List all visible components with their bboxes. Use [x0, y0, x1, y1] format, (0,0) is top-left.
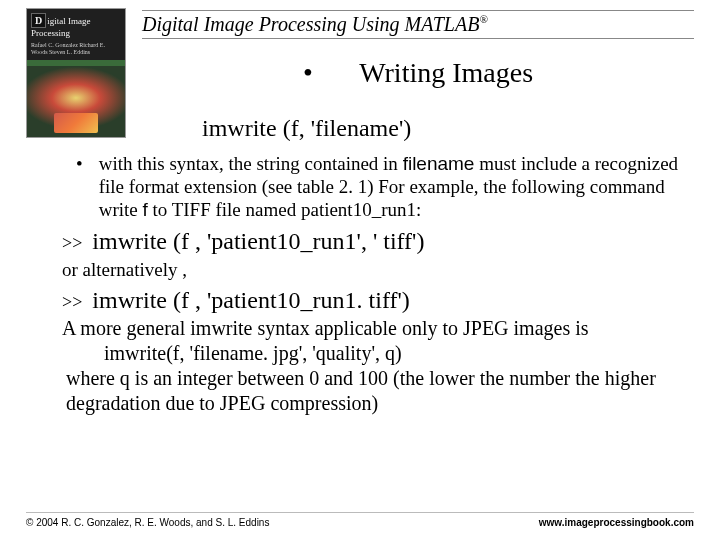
bullet-text: with this syntax, the string contained i… — [99, 152, 694, 222]
command-1-code: imwrite (f , 'patient10_run1', ' tiff') — [92, 228, 424, 254]
footer-url: www.imageprocessingbook.com — [539, 517, 694, 528]
footer: © 2004 R. C. Gonzalez, R. E. Woods, and … — [26, 512, 694, 528]
footer-copyright: © 2004 R. C. Gonzalez, R. E. Woods, and … — [26, 517, 269, 528]
general-syntax-block: A more general imwrite syntax applicable… — [26, 316, 694, 416]
prompt-2: >> — [62, 292, 82, 312]
cover-title-line2: Processing — [31, 28, 70, 38]
syntax-line: imwrite (f, 'filename') — [142, 115, 694, 142]
page-title: Digital Image Processing Using MATLAB® — [142, 10, 694, 39]
matlab-logo-icon — [54, 113, 98, 133]
command-2-code: imwrite (f , 'patient10_run1. tiff') — [92, 287, 409, 313]
prompt-1: >> — [62, 233, 82, 253]
slide-container: Digital Image Processing Rafael C. Gonza… — [0, 0, 720, 540]
command-line-2: >> imwrite (f , 'patient10_run1. tiff') — [26, 287, 694, 314]
alternative-text: or alternatively , — [26, 259, 694, 281]
kw-filename: filename — [403, 153, 475, 174]
bullet-paragraph: • with this syntax, the string contained… — [26, 152, 694, 222]
cover-d-letter: D — [31, 13, 46, 28]
heading-bullet: • — [303, 57, 313, 88]
cover-title-rest: igital Image — [47, 16, 90, 26]
general-line-3: where q is an integer between 0 and 100 … — [62, 366, 694, 416]
general-line-2: imwrite(f, 'filename. jpg', 'quality', q… — [62, 341, 694, 366]
header-text-block: Digital Image Processing Using MATLAB® •… — [142, 8, 694, 142]
body-content: • with this syntax, the string contained… — [26, 152, 694, 416]
general-line-1: A more general imwrite syntax applicable… — [62, 316, 694, 341]
title-main: Digital Image Processing Using MATLAB — [142, 13, 479, 35]
cover-title: Digital Image Processing — [27, 9, 125, 40]
bullet-dot: • — [76, 152, 83, 222]
cover-authors: Rafael C. Gonzalez Richard E. Woods Stev… — [27, 40, 125, 60]
cover-art — [27, 66, 125, 137]
registered-mark: ® — [479, 13, 487, 25]
command-line-1: >> imwrite (f , 'patient10_run1', ' tiff… — [26, 228, 694, 255]
header-row: Digital Image Processing Rafael C. Gonza… — [26, 8, 694, 142]
section-heading: • Writing Images — [142, 57, 694, 89]
book-cover-image: Digital Image Processing Rafael C. Gonza… — [26, 8, 126, 138]
heading-text: Writing Images — [359, 57, 533, 88]
